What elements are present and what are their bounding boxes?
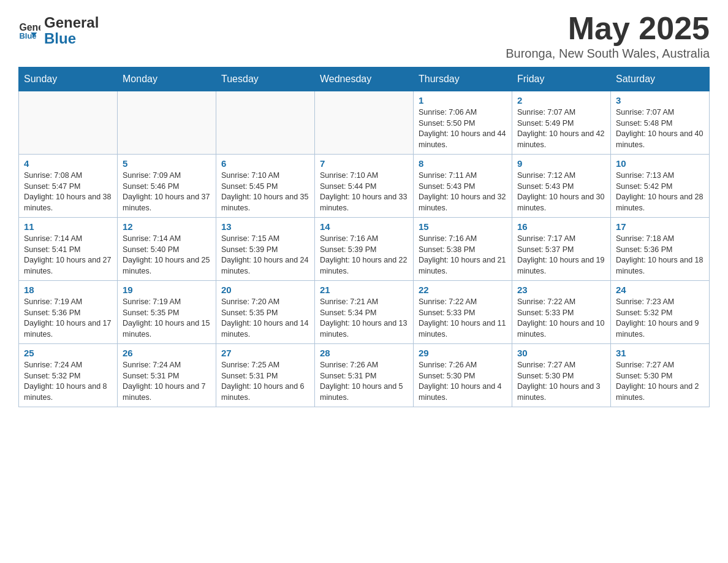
calendar-day: 9Sunrise: 7:12 AM Sunset: 5:43 PM Daylig… <box>512 155 611 218</box>
day-number: 10 <box>616 158 704 169</box>
day-number: 20 <box>221 285 309 295</box>
calendar-day: 24Sunrise: 7:23 AM Sunset: 5:32 PM Dayli… <box>611 281 710 344</box>
calendar-day: 8Sunrise: 7:11 AM Sunset: 5:43 PM Daylig… <box>414 155 512 218</box>
calendar-day: 5Sunrise: 7:09 AM Sunset: 5:46 PM Daylig… <box>118 155 216 218</box>
calendar-day: 13Sunrise: 7:15 AM Sunset: 5:39 PM Dayli… <box>216 218 315 281</box>
day-info: Sunrise: 7:26 AM Sunset: 5:30 PM Dayligh… <box>419 360 507 403</box>
calendar-day: 20Sunrise: 7:20 AM Sunset: 5:35 PM Dayli… <box>216 281 315 344</box>
day-info: Sunrise: 7:14 AM Sunset: 5:41 PM Dayligh… <box>24 234 112 277</box>
logo-blue: Blue <box>44 31 99 47</box>
day-number: 6 <box>221 158 309 169</box>
calendar-day <box>216 91 315 155</box>
day-number: 11 <box>24 221 112 232</box>
day-number: 17 <box>616 221 704 232</box>
calendar-day: 31Sunrise: 7:27 AM Sunset: 5:30 PM Dayli… <box>611 344 710 407</box>
day-info: Sunrise: 7:16 AM Sunset: 5:38 PM Dayligh… <box>419 234 507 277</box>
day-number: 13 <box>221 221 309 232</box>
calendar-day: 16Sunrise: 7:17 AM Sunset: 5:37 PM Dayli… <box>512 218 611 281</box>
day-info: Sunrise: 7:17 AM Sunset: 5:37 PM Dayligh… <box>517 234 605 277</box>
day-info: Sunrise: 7:26 AM Sunset: 5:31 PM Dayligh… <box>320 360 408 403</box>
calendar-header-row: Sunday Monday Tuesday Wednesday Thursday… <box>19 67 710 91</box>
calendar-day: 19Sunrise: 7:19 AM Sunset: 5:35 PM Dayli… <box>118 281 216 344</box>
day-info: Sunrise: 7:19 AM Sunset: 5:36 PM Dayligh… <box>24 297 112 340</box>
day-number: 5 <box>123 158 211 169</box>
day-info: Sunrise: 7:27 AM Sunset: 5:30 PM Dayligh… <box>517 360 605 403</box>
day-info: Sunrise: 7:16 AM Sunset: 5:39 PM Dayligh… <box>320 234 408 277</box>
day-info: Sunrise: 7:14 AM Sunset: 5:40 PM Dayligh… <box>123 234 211 277</box>
calendar-day: 29Sunrise: 7:26 AM Sunset: 5:30 PM Dayli… <box>414 344 512 407</box>
day-number: 22 <box>419 285 507 295</box>
calendar-week-4: 18Sunrise: 7:19 AM Sunset: 5:36 PM Dayli… <box>19 281 710 344</box>
day-info: Sunrise: 7:24 AM Sunset: 5:32 PM Dayligh… <box>24 360 112 403</box>
day-info: Sunrise: 7:10 AM Sunset: 5:44 PM Dayligh… <box>320 170 408 213</box>
calendar-day: 30Sunrise: 7:27 AM Sunset: 5:30 PM Dayli… <box>512 344 611 407</box>
calendar-table: Sunday Monday Tuesday Wednesday Thursday… <box>18 67 710 407</box>
calendar-day: 7Sunrise: 7:10 AM Sunset: 5:44 PM Daylig… <box>315 155 414 218</box>
day-info: Sunrise: 7:22 AM Sunset: 5:33 PM Dayligh… <box>517 297 605 340</box>
day-number: 25 <box>24 348 112 358</box>
day-number: 31 <box>616 348 704 358</box>
logo: General Blue General Blue <box>18 12 99 47</box>
day-number: 9 <box>517 158 605 169</box>
day-number: 21 <box>320 285 408 295</box>
day-number: 4 <box>24 158 112 169</box>
calendar-day: 4Sunrise: 7:08 AM Sunset: 5:47 PM Daylig… <box>19 155 118 218</box>
day-info: Sunrise: 7:27 AM Sunset: 5:30 PM Dayligh… <box>616 360 704 403</box>
calendar-week-5: 25Sunrise: 7:24 AM Sunset: 5:32 PM Dayli… <box>19 344 710 407</box>
col-friday: Friday <box>512 67 611 91</box>
location: Buronga, New South Wales, Australia <box>506 47 710 61</box>
day-number: 2 <box>517 95 605 105</box>
calendar-day: 12Sunrise: 7:14 AM Sunset: 5:40 PM Dayli… <box>118 218 216 281</box>
calendar-day: 10Sunrise: 7:13 AM Sunset: 5:42 PM Dayli… <box>611 155 710 218</box>
day-number: 14 <box>320 221 408 232</box>
day-number: 18 <box>24 285 112 295</box>
logo-icon: General Blue <box>18 18 40 40</box>
day-info: Sunrise: 7:12 AM Sunset: 5:43 PM Dayligh… <box>517 170 605 213</box>
calendar-day <box>315 91 414 155</box>
title-block: May 2025 Buronga, New South Wales, Austr… <box>506 12 710 61</box>
calendar-day: 2Sunrise: 7:07 AM Sunset: 5:49 PM Daylig… <box>512 91 611 155</box>
calendar-day: 23Sunrise: 7:22 AM Sunset: 5:33 PM Dayli… <box>512 281 611 344</box>
calendar-day: 18Sunrise: 7:19 AM Sunset: 5:36 PM Dayli… <box>19 281 118 344</box>
day-info: Sunrise: 7:24 AM Sunset: 5:31 PM Dayligh… <box>123 360 211 403</box>
calendar-day: 15Sunrise: 7:16 AM Sunset: 5:38 PM Dayli… <box>414 218 512 281</box>
day-info: Sunrise: 7:06 AM Sunset: 5:50 PM Dayligh… <box>419 107 507 150</box>
day-info: Sunrise: 7:15 AM Sunset: 5:39 PM Dayligh… <box>221 234 309 277</box>
day-number: 16 <box>517 221 605 232</box>
day-info: Sunrise: 7:08 AM Sunset: 5:47 PM Dayligh… <box>24 170 112 213</box>
month-title: May 2025 <box>506 12 710 44</box>
day-number: 27 <box>221 348 309 358</box>
calendar-day: 22Sunrise: 7:22 AM Sunset: 5:33 PM Dayli… <box>414 281 512 344</box>
col-wednesday: Wednesday <box>315 67 414 91</box>
calendar-day <box>118 91 216 155</box>
day-number: 19 <box>123 285 211 295</box>
day-info: Sunrise: 7:19 AM Sunset: 5:35 PM Dayligh… <box>123 297 211 340</box>
calendar-day: 11Sunrise: 7:14 AM Sunset: 5:41 PM Dayli… <box>19 218 118 281</box>
day-number: 28 <box>320 348 408 358</box>
day-number: 23 <box>517 285 605 295</box>
col-thursday: Thursday <box>414 67 512 91</box>
day-info: Sunrise: 7:07 AM Sunset: 5:49 PM Dayligh… <box>517 107 605 150</box>
calendar-day: 14Sunrise: 7:16 AM Sunset: 5:39 PM Dayli… <box>315 218 414 281</box>
calendar-day: 27Sunrise: 7:25 AM Sunset: 5:31 PM Dayli… <box>216 344 315 407</box>
day-info: Sunrise: 7:07 AM Sunset: 5:48 PM Dayligh… <box>616 107 704 150</box>
day-info: Sunrise: 7:22 AM Sunset: 5:33 PM Dayligh… <box>419 297 507 340</box>
calendar-day: 26Sunrise: 7:24 AM Sunset: 5:31 PM Dayli… <box>118 344 216 407</box>
calendar-week-3: 11Sunrise: 7:14 AM Sunset: 5:41 PM Dayli… <box>19 218 710 281</box>
day-number: 24 <box>616 285 704 295</box>
day-number: 12 <box>123 221 211 232</box>
day-number: 30 <box>517 348 605 358</box>
day-info: Sunrise: 7:09 AM Sunset: 5:46 PM Dayligh… <box>123 170 211 213</box>
day-info: Sunrise: 7:25 AM Sunset: 5:31 PM Dayligh… <box>221 360 309 403</box>
calendar-week-1: 1Sunrise: 7:06 AM Sunset: 5:50 PM Daylig… <box>19 91 710 155</box>
day-number: 8 <box>419 158 507 169</box>
page-header: General Blue General Blue May 2025 Buron… <box>18 12 710 61</box>
calendar-day: 17Sunrise: 7:18 AM Sunset: 5:36 PM Dayli… <box>611 218 710 281</box>
col-tuesday: Tuesday <box>216 67 315 91</box>
day-number: 15 <box>419 221 507 232</box>
calendar-day: 28Sunrise: 7:26 AM Sunset: 5:31 PM Dayli… <box>315 344 414 407</box>
calendar-day: 3Sunrise: 7:07 AM Sunset: 5:48 PM Daylig… <box>611 91 710 155</box>
col-saturday: Saturday <box>611 67 710 91</box>
svg-text:Blue: Blue <box>19 32 36 41</box>
calendar-day: 6Sunrise: 7:10 AM Sunset: 5:45 PM Daylig… <box>216 155 315 218</box>
